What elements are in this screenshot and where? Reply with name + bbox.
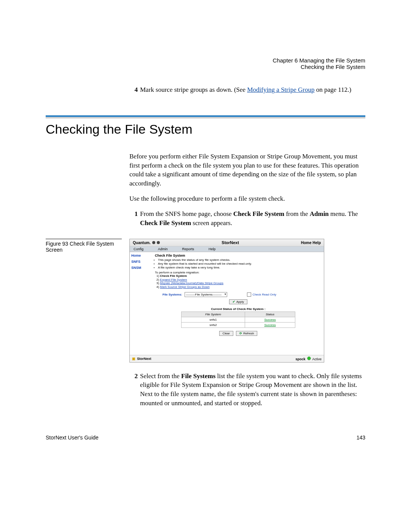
screenshot-check-file-system: Quantum. StorNext Home Help Config Admin… [129,239,324,362]
app-title: StorNext [221,240,239,245]
check-read-only[interactable]: Check Read Only [247,292,276,297]
menubar: Config Admin Reports Help [130,246,324,252]
sidebar-item-home[interactable]: Home [131,254,151,257]
refresh-icon: ⟳ [239,332,242,335]
step-number: 1 [129,209,140,228]
section-rule-blue [46,115,365,117]
status-led-icon [307,356,311,360]
menu-config[interactable]: Config [134,247,143,251]
step-1: 1 From the SNFS home page, choose Check … [129,209,365,228]
link-expand-fs[interactable]: Expand File System [160,278,187,281]
th-status: Status [245,312,295,317]
checkbox-icon[interactable] [247,292,251,297]
figure-caption: Figure 93 Check File System Screen [46,239,122,362]
section-title: Checking the File System [46,122,365,137]
statusbar: ▣StorNext spock Active [130,355,324,362]
migration-intro: To perform a complete migration: [155,271,322,274]
apply-button[interactable]: ✔Apply [229,299,247,304]
page-footer: StorNext User's Guide 143 [46,435,365,441]
status-table: File SystemStatus snfs1Success snfs2Succ… [181,312,295,328]
status-heading: Current Status of Check File System : [155,307,322,311]
file-systems-select[interactable]: ———File Systems——— [185,292,228,297]
top-links[interactable]: Home Help [301,241,321,245]
sidebar: Home SNFS SNSM [130,252,153,355]
chapter-label: Chapter 6 Managing the File System [46,57,365,64]
document-page: Chapter 6 Managing the File System Check… [0,0,411,463]
check-icon: ✔ [233,300,235,304]
menu-admin[interactable]: Admin [158,247,168,251]
main-panel: Check File System This page shows the st… [153,252,324,355]
status-link[interactable]: Success [245,317,295,322]
step-2: 2 Select from the File Systems list the … [129,372,365,408]
footer-brand: ▣StorNext [132,357,151,361]
step-4: 4 Mark source stripe groups as down. (Se… [129,85,365,94]
sidebar-item-snsm[interactable]: SNSM [131,266,151,270]
step-text: Select from the File Systems list the fi… [140,372,365,408]
table-row: snfs1Success [182,317,295,322]
refresh-button[interactable]: ⟳Refresh [236,331,257,336]
folder-icon: ▣ [132,357,135,361]
step-number: 4 [129,85,140,94]
table-row: snfs2Success [182,322,295,328]
chapter-subtitle: Checking the File System [46,64,365,70]
th-file-system: File System [182,312,245,317]
list-item: Any file system that is started and moun… [158,262,322,266]
link-modifying-stripe-group[interactable]: Modifying a Stripe Group [247,86,314,93]
footer-left: StorNext User's Guide [46,435,99,441]
step-number: 2 [129,372,140,408]
clear-button[interactable]: Clear [219,331,233,336]
link-migrate[interactable]: Migrate (Metadata/Journal)/Data Stripe G… [160,281,223,285]
section-rule-gray [46,118,365,118]
migration-steps: 1) Check File System 2) Expand File Syst… [156,274,322,289]
footer-status: spock Active [295,356,322,361]
quantum-logo: Quantum. [133,241,160,245]
file-systems-label: File Systems: [162,293,182,296]
sidebar-item-snfs[interactable]: SNFS [131,260,151,264]
panel-title: Check File System [155,254,322,257]
menu-help[interactable]: Help [209,247,216,251]
app-titlebar: Quantum. StorNext Home Help [130,239,324,246]
status-link[interactable]: Success [245,322,295,328]
step-text: Mark source stripe groups as down. (See … [140,85,351,94]
menu-reports[interactable]: Reports [182,247,194,251]
page-header: Chapter 6 Managing the File System Check… [46,57,365,70]
list-item: A file system check may take a very long… [158,266,322,270]
list-item: This page shows the status of any file s… [158,258,322,262]
page-number: 143 [357,435,365,441]
link-mark-down[interactable]: Mark Source Stripe Groups as Down [160,285,209,289]
step-text: From the SNFS home page, choose Check Fi… [140,209,365,228]
info-bullets: This page shows the status of any file s… [158,258,322,269]
intro-paragraph-1: Before you perform either File System Ex… [129,152,365,188]
intro-paragraph-2: Use the following procedure to perform a… [129,194,365,203]
